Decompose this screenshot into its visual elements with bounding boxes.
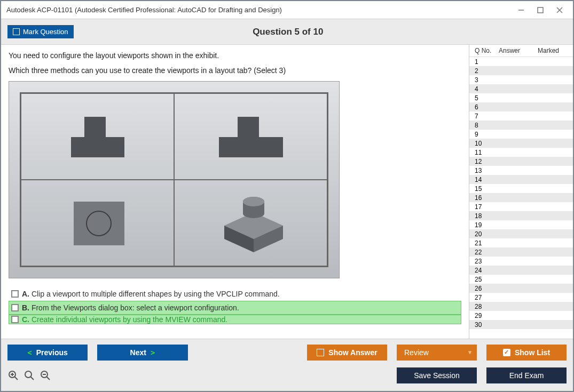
front-view-icon: [60, 107, 135, 166]
qno-cell: 9: [475, 131, 499, 138]
question-row[interactable]: 16: [469, 193, 573, 202]
question-row[interactable]: 23: [469, 257, 573, 266]
sidebar-header: Q No. Answer Marked: [469, 45, 573, 57]
end-exam-button[interactable]: End Exam: [486, 367, 567, 383]
footer-row-1: < Previous Next > Show Answer Review ▼ ✓…: [1, 339, 573, 365]
question-row[interactable]: 18: [469, 211, 573, 220]
answer-option-B[interactable]: B. From the Viewports dialog box: select…: [9, 301, 461, 315]
svg-rect-7: [219, 137, 283, 157]
main-content[interactable]: You need to configure the layout viewpor…: [1, 45, 469, 339]
question-row[interactable]: 6: [469, 102, 573, 111]
footer-row-2: Save Session End Exam: [1, 365, 573, 391]
question-row[interactable]: 26: [469, 284, 573, 293]
review-button[interactable]: Review ▼: [397, 345, 477, 361]
next-button[interactable]: Next >: [97, 345, 188, 361]
question-row[interactable]: 8: [469, 121, 573, 130]
qno-cell: 24: [475, 267, 499, 274]
question-text-2: Which three methods can you use to creat…: [9, 66, 461, 75]
question-row[interactable]: 25: [469, 275, 573, 284]
question-row[interactable]: 13: [469, 166, 573, 175]
question-row[interactable]: 11: [469, 148, 573, 157]
qno-cell: 22: [475, 249, 499, 256]
close-icon[interactable]: [555, 5, 564, 15]
next-label: Next: [130, 348, 146, 357]
answer-text: A. Clip a viewport to multiple different…: [22, 290, 280, 298]
checkbox-icon[interactable]: [11, 316, 19, 323]
question-row[interactable]: 3: [469, 75, 573, 84]
question-row[interactable]: 14: [469, 175, 573, 184]
question-row[interactable]: 21: [469, 238, 573, 247]
answer-option-A[interactable]: A. Clip a viewport to multiple different…: [9, 287, 461, 301]
qno-cell: 11: [475, 149, 499, 156]
show-list-button[interactable]: ✓ Show List: [486, 345, 567, 361]
question-row[interactable]: 28: [469, 302, 573, 311]
window-controls: [516, 5, 568, 15]
question-row[interactable]: 9: [469, 130, 573, 139]
question-row[interactable]: 7: [469, 111, 573, 121]
qno-cell: 18: [475, 212, 499, 220]
qno-cell: 28: [475, 303, 499, 310]
checkbox-icon[interactable]: [11, 290, 19, 298]
show-list-label: Show List: [515, 348, 550, 357]
qno-cell: 19: [475, 221, 499, 229]
answer-text: B. From the Viewports dialog box: select…: [22, 303, 239, 312]
col-marked: Marked: [538, 47, 570, 54]
question-title: Question 5 of 10: [74, 27, 567, 37]
iso-view-icon: [198, 186, 304, 260]
qno-cell: 3: [475, 76, 499, 84]
show-answer-button[interactable]: Show Answer: [307, 345, 387, 361]
zoom-out-icon[interactable]: [40, 370, 51, 381]
question-row[interactable]: 4: [469, 84, 573, 93]
titlebar: Autodesk ACP-01101 (Autodesk Certified P…: [1, 1, 573, 19]
question-row[interactable]: 12: [469, 157, 573, 166]
qno-cell: 12: [475, 158, 499, 165]
question-row[interactable]: 10: [469, 139, 573, 148]
qno-cell: 29: [475, 312, 499, 319]
qno-cell: 14: [475, 176, 499, 183]
chevron-right-icon: >: [151, 348, 155, 357]
qno-cell: 20: [475, 230, 499, 238]
window-title: Autodesk ACP-01101 (Autodesk Certified P…: [6, 6, 516, 14]
question-row[interactable]: 29: [469, 311, 573, 320]
question-row[interactable]: 19: [469, 220, 573, 229]
qno-cell: 10: [475, 140, 499, 147]
qno-cell: 13: [475, 167, 499, 174]
question-row[interactable]: 15: [469, 184, 573, 193]
question-row[interactable]: 5: [469, 93, 573, 102]
chevron-down-icon: ▼: [468, 349, 471, 355]
save-session-button[interactable]: Save Session: [397, 367, 477, 383]
svg-line-16: [14, 377, 18, 380]
zoom-icon[interactable]: [23, 370, 35, 381]
minimize-icon[interactable]: [516, 5, 526, 15]
previous-button[interactable]: < Previous: [7, 345, 88, 361]
side-view-icon: [208, 107, 294, 166]
question-row[interactable]: 1: [469, 57, 573, 66]
checkbox-icon[interactable]: [11, 304, 19, 311]
qno-cell: 25: [475, 276, 499, 283]
question-row[interactable]: 24: [469, 266, 573, 275]
check-icon: ✓: [503, 349, 510, 356]
checkbox-icon: [317, 349, 324, 356]
question-row[interactable]: 20: [469, 229, 573, 238]
answer-list: A. Clip a viewport to multiple different…: [9, 287, 461, 324]
zoom-in-icon[interactable]: [7, 370, 19, 381]
app-window: Autodesk ACP-01101 (Autodesk Certified P…: [0, 0, 574, 392]
question-row[interactable]: 2: [469, 66, 573, 75]
question-row[interactable]: 30: [469, 320, 573, 329]
sidebar-list[interactable]: 1234567891011121314151617181920212223242…: [469, 57, 573, 339]
question-row[interactable]: 27: [469, 293, 573, 302]
answer-text: C. Create individual viewports by using …: [22, 315, 227, 324]
qno-cell: 6: [475, 103, 499, 111]
chevron-left-icon: <: [27, 348, 32, 357]
mark-question-button[interactable]: Mark Question: [7, 25, 74, 38]
qno-cell: 30: [475, 321, 499, 329]
answer-option-C[interactable]: C. Create individual viewports by using …: [9, 315, 461, 324]
question-list-sidebar: Q No. Answer Marked 12345678910111213141…: [469, 45, 573, 339]
question-row[interactable]: 17: [469, 202, 573, 211]
question-row[interactable]: 22: [469, 247, 573, 257]
svg-rect-8: [74, 202, 124, 245]
maximize-icon[interactable]: [536, 5, 545, 15]
svg-point-14: [243, 197, 264, 206]
previous-label: Previous: [36, 348, 68, 357]
qno-cell: 8: [475, 122, 499, 129]
